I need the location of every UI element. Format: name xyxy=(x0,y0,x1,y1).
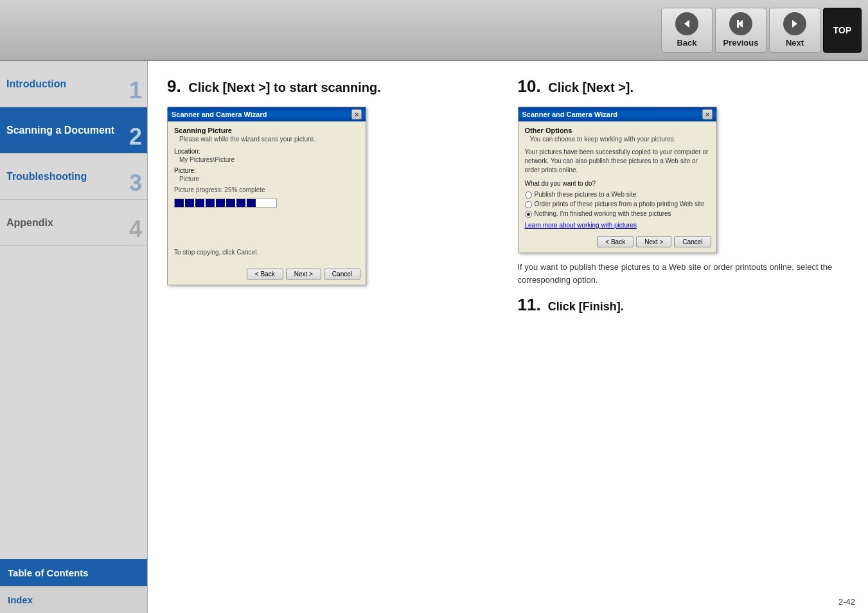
sidebar-item-appendix[interactable]: Appendix 4 xyxy=(0,200,147,246)
seg3 xyxy=(195,199,204,207)
back-button[interactable]: Back xyxy=(661,8,713,53)
step10-description: Your pictures have been successfully cop… xyxy=(525,148,710,175)
step9-location-value: My Pictures\Picture xyxy=(174,156,359,163)
next-label: Next xyxy=(786,38,804,48)
step10-btn-back[interactable]: < Back xyxy=(597,236,633,247)
step10-dialog-body: Other Options You can choose to keep wor… xyxy=(518,121,716,234)
step11-num: 11. xyxy=(518,295,541,314)
radio-item-publish: Publish these pictures to a Web site xyxy=(525,191,710,199)
step9-btn-cancel[interactable]: Cancel xyxy=(324,269,360,280)
step9-btn-back[interactable]: < Back xyxy=(247,269,283,280)
radio-nothing-label: Nothing. I'm finished working with these… xyxy=(535,210,671,217)
step9-progress-bar xyxy=(174,199,277,208)
next-icon xyxy=(783,12,806,35)
top-bar: Back Previous Next TOP xyxy=(0,0,868,61)
top-label: TOP xyxy=(833,25,852,35)
previous-icon xyxy=(729,12,752,35)
back-label: Back xyxy=(677,38,696,48)
step9-heading-text: Click [Next >] to start scanning. xyxy=(188,80,381,94)
toc-label: Table of Contents xyxy=(8,567,89,578)
step10-link[interactable]: Learn more about working with pictures xyxy=(525,222,710,229)
step9-dialog-footer: < Back Next > Cancel xyxy=(168,266,366,285)
step9-heading: 9. Click [Next >] to start scanning. xyxy=(167,76,499,96)
step9-scan-preview xyxy=(174,210,359,249)
two-column-layout: 9. Click [Next >] to start scanning. Sca… xyxy=(167,76,849,315)
step9-column: 9. Click [Next >] to start scanning. Sca… xyxy=(167,76,499,315)
sidebar-scanning-num: 2 xyxy=(129,123,142,150)
radio-nothing-circle[interactable] xyxy=(525,211,532,218)
step9-progress-label: Picture progress: 25% complete xyxy=(174,186,359,193)
step10-dialog: Scanner and Camera Wizard ✕ Other Option… xyxy=(518,107,717,253)
radio-publish-label: Publish these pictures to a Web site xyxy=(535,191,637,198)
step10-step-description: If you want to publish these pictures to… xyxy=(518,261,849,286)
step9-dialog: Scanner and Camera Wizard ✕ Scanning Pic… xyxy=(167,107,366,285)
sidebar-appendix-num: 4 xyxy=(129,216,142,243)
top-button[interactable]: TOP xyxy=(823,8,862,53)
step9-progress-segments xyxy=(175,199,276,207)
step9-dialog-titlebar: Scanner and Camera Wizard ✕ xyxy=(168,107,366,121)
step10-dialog-close[interactable]: ✕ xyxy=(702,109,713,120)
nav-buttons: Back Previous Next TOP xyxy=(661,8,862,53)
step10-radio-group: Publish these pictures to a Web site Ord… xyxy=(525,191,710,218)
step10-dialog-title: Scanner and Camera Wizard xyxy=(522,111,617,118)
step9-picture-label: Picture: xyxy=(174,167,359,174)
sidebar-introduction-num: 1 xyxy=(129,77,142,104)
next-button[interactable]: Next xyxy=(769,8,820,53)
svg-rect-2 xyxy=(737,20,739,28)
sidebar-item-scanning[interactable]: Scanning a Document 2 xyxy=(0,107,147,154)
step11-heading: 11. Click [Finish]. xyxy=(518,295,849,315)
step10-heading: 10. Click [Next >]. xyxy=(518,76,849,96)
sidebar-introduction-label: Introduction xyxy=(6,78,66,90)
radio-publish-circle[interactable] xyxy=(525,191,532,199)
radio-order-label: Order prints of these pictures from a ph… xyxy=(535,200,705,208)
step9-section-title: Scanning Picture xyxy=(174,127,359,134)
sidebar-item-introduction[interactable]: Introduction 1 xyxy=(0,61,147,107)
index-button[interactable]: Index xyxy=(0,586,147,613)
step9-section-sub: Please wait while the wizard scans your … xyxy=(174,136,359,143)
index-label: Index xyxy=(8,594,33,605)
back-icon xyxy=(675,12,698,35)
step11-heading-text: Click [Finish]. xyxy=(548,300,624,313)
step9-dialog-close[interactable]: ✕ xyxy=(351,109,362,120)
seg8 xyxy=(247,199,256,207)
sidebar-troubleshooting-label: Troubleshooting xyxy=(6,171,87,182)
step10-section-title: Other Options xyxy=(525,127,710,134)
radio-order-circle[interactable] xyxy=(525,201,532,208)
step9-dialog-title: Scanner and Camera Wizard xyxy=(172,111,267,118)
step10-radio-question: What do you want to do? xyxy=(525,180,710,187)
sidebar-scanning-label: Scanning a Document xyxy=(6,125,114,136)
seg4 xyxy=(206,199,215,207)
seg7 xyxy=(236,199,245,207)
step9-num: 9. xyxy=(167,76,181,96)
sidebar-troubleshooting-num: 3 xyxy=(129,170,142,197)
step9-dialog-body: Scanning Picture Please wait while the w… xyxy=(168,121,366,266)
radio-item-order: Order prints of these pictures from a ph… xyxy=(525,200,710,208)
step9-to-stop-text: To stop copying, click Cancel. xyxy=(174,249,359,256)
main-content: 9. Click [Next >] to start scanning. Sca… xyxy=(148,61,868,613)
step9-picture-value: Picture xyxy=(174,175,359,182)
step10-section-sub: You can choose to keep working with your… xyxy=(525,136,710,143)
step9-location-label: Location: xyxy=(174,148,359,155)
seg5 xyxy=(216,199,225,207)
previous-label: Previous xyxy=(723,38,759,48)
toc-button[interactable]: Table of Contents xyxy=(0,559,147,586)
page-number: 2-42 xyxy=(838,597,855,607)
step10-dialog-titlebar: Scanner and Camera Wizard ✕ xyxy=(518,107,716,121)
radio-item-nothing: Nothing. I'm finished working with these… xyxy=(525,210,710,218)
seg1 xyxy=(175,199,184,207)
svg-marker-0 xyxy=(684,20,689,28)
step10-btn-cancel[interactable]: Cancel xyxy=(674,236,711,247)
sidebar-appendix-label: Appendix xyxy=(6,217,53,229)
sidebar-item-troubleshooting[interactable]: Troubleshooting 3 xyxy=(0,154,147,200)
sidebar: Introduction 1 Scanning a Document 2 Tro… xyxy=(0,61,148,613)
step10-heading-text: Click [Next >]. xyxy=(548,80,633,94)
svg-marker-3 xyxy=(792,20,797,28)
step10-btn-next[interactable]: Next > xyxy=(636,236,671,247)
step9-btn-next[interactable]: Next > xyxy=(286,269,321,280)
previous-button[interactable]: Previous xyxy=(715,8,766,53)
step10-column: 10. Click [Next >]. Scanner and Camera W… xyxy=(518,76,849,315)
seg2 xyxy=(185,199,194,207)
step10-num: 10. xyxy=(518,76,541,96)
step10-dialog-footer: < Back Next > Cancel xyxy=(518,234,716,253)
sidebar-bottom: Table of Contents Index xyxy=(0,559,147,613)
